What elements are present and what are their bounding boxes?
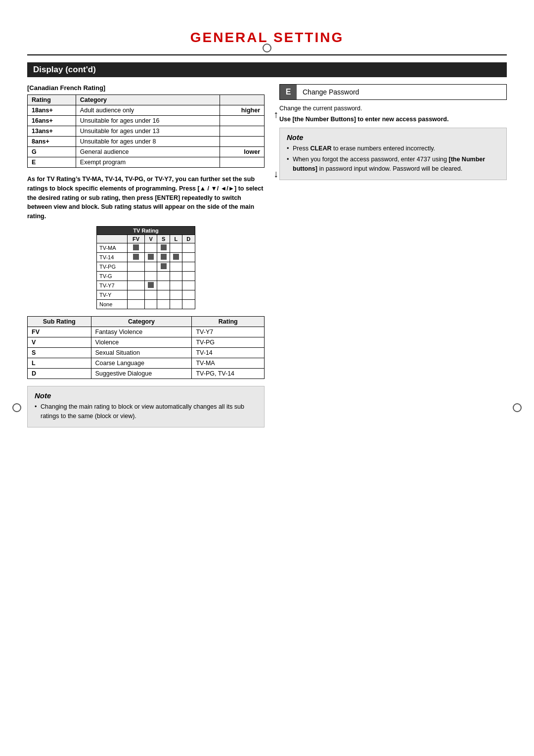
two-col-layout: [Canadian French Rating] Rating Category	[27, 84, 507, 432]
category-cell: General audience	[76, 147, 220, 157]
rating-table-wrap: Rating Category 18ans+Adult audience onl…	[27, 94, 265, 168]
right-circle-marker	[513, 403, 522, 412]
sub-rating-col-header: Sub Rating	[28, 316, 91, 327]
tv-rating-label: TV-Y	[97, 290, 128, 299]
col-extra-header	[220, 95, 264, 105]
sub-rating-rating: TV-MA	[192, 358, 265, 368]
category-cell: Unsuitable for ages under 16	[76, 116, 220, 126]
tv-rating-row: TV-MA	[97, 243, 195, 252]
tv-rating-cell	[144, 299, 157, 309]
tv-rating-label: None	[97, 299, 128, 309]
sub-rating-table: Sub RatingCategoryRating FVFantasy Viole…	[27, 316, 265, 379]
tv-rating-diagram: TV Rating FVVSLD TV-MATV-14TV-PGTV-GTV-Y…	[96, 226, 195, 309]
sub-rating-rating: TV-PG, TV-14	[192, 368, 265, 378]
page: GENERAL SETTING Display (cont'd) [Canadi…	[0, 30, 534, 756]
note-box-left: Note Changing the main rating to block o…	[27, 386, 265, 428]
arrow-down-icon: ↓	[273, 169, 278, 179]
tv-rating-label: TV-14	[97, 252, 128, 262]
use-number-text: Use [the Number Buttons] to enter new ac…	[279, 116, 507, 123]
tv-rating-row: TV-PG	[97, 262, 195, 271]
tv-rating-label: TV-MA	[97, 243, 128, 252]
left-circle-marker	[12, 403, 21, 412]
title-divider	[27, 54, 507, 55]
col-rating-header: Rating	[28, 95, 76, 105]
sub-rating-rating: TV-PG	[192, 337, 265, 347]
tv-rating-table: TV Rating FVVSLD TV-MATV-14TV-PGTV-GTV-Y…	[96, 226, 195, 309]
tv-rating-cell	[128, 281, 145, 290]
tv-rating-col-header: V	[144, 235, 157, 243]
sub-rating-rating: TV-Y7	[192, 327, 265, 337]
rating-cell: 8ans+	[28, 137, 76, 147]
table-row: GGeneral audiencelower	[28, 147, 265, 157]
tv-rating-col-header: L	[170, 235, 182, 243]
rating-cell: 16ans+	[28, 116, 76, 126]
tv-rating-cell	[182, 299, 195, 309]
tv-rating-cell	[128, 299, 145, 309]
rating-table: Rating Category 18ans+Adult audience onl…	[27, 94, 265, 168]
category-cell: Unsuitable for ages under 8	[76, 137, 220, 147]
tv-rating-cell	[157, 252, 170, 262]
tv-rating-cell	[170, 290, 182, 299]
table-row: 16ans+Unsuitable for ages under 16	[28, 116, 265, 126]
canadian-french-label: [Canadian French Rating]	[27, 84, 265, 92]
change-password-box: E Change Password	[279, 84, 507, 100]
sub-rating-col-header: Rating	[192, 316, 265, 327]
note-left-list: Changing the main rating to block or vie…	[35, 402, 257, 421]
change-password-label: Change Password	[297, 85, 365, 99]
tv-rating-cell	[170, 252, 182, 262]
change-current-text: Change the current password.	[279, 105, 507, 112]
rating-cell: G	[28, 147, 76, 157]
col-category-header: Category	[76, 95, 220, 105]
note-title-left: Note	[35, 391, 257, 400]
tv-rating-cell	[144, 281, 157, 290]
sub-rating-sub: S	[28, 347, 91, 358]
tv-rating-cell	[170, 262, 182, 271]
tv-rating-col-header: FV	[128, 235, 145, 243]
tv-rating-cell	[170, 281, 182, 290]
tv-rating-title: TV Rating	[97, 226, 195, 235]
sub-rating-sub: L	[28, 358, 91, 368]
tv-rating-cell	[128, 243, 145, 252]
tv-rating-cell	[157, 243, 170, 252]
tv-rating-label: TV-G	[97, 271, 128, 281]
sub-rating-row: DSuggestive DialogueTV-PG, TV-14	[28, 368, 265, 378]
category-cell: Exempt program	[76, 157, 220, 168]
tv-rating-cell	[128, 262, 145, 271]
tv-rating-cell	[157, 281, 170, 290]
section-header: Display (cont'd)	[27, 62, 507, 77]
tv-rating-cell	[170, 271, 182, 281]
tv-rating-cell	[182, 290, 195, 299]
tv-rating-cell	[144, 290, 157, 299]
table-row: 18ans+Adult audience onlyhigher	[28, 105, 265, 116]
lower-cell: lower	[220, 147, 264, 157]
tv-rating-cell	[182, 252, 195, 262]
arrow-up-icon: ↑	[273, 109, 278, 119]
sub-rating-sub: V	[28, 337, 91, 347]
note-right-bullet: When you forgot the access password, ent…	[287, 155, 499, 174]
rating-cell: 13ans+	[28, 126, 76, 137]
note-right-bullet: Press CLEAR to erase numbers entered inc…	[287, 144, 499, 153]
sub-rating-row: FVFantasy ViolenceTV-Y7	[28, 327, 265, 337]
sub-rating-rating: TV-14	[192, 347, 265, 358]
tv-rating-cell	[182, 271, 195, 281]
tv-rating-cell	[157, 290, 170, 299]
category-cell: Unsuitable for ages under 13	[76, 126, 220, 137]
tv-rating-col-header: S	[157, 235, 170, 243]
tv-rating-cell	[157, 271, 170, 281]
tv-rating-cell	[182, 243, 195, 252]
bracket-label-text: [Canadian French Rating]	[27, 84, 105, 92]
sub-rating-row: VViolenceTV-PG	[28, 337, 265, 347]
tv-rating-label: TV-PG	[97, 262, 128, 271]
tv-rating-row: TV-G	[97, 271, 195, 281]
tv-rating-cell	[157, 262, 170, 271]
table-row: 13ans+Unsuitable for ages under 13	[28, 126, 265, 137]
tv-rating-col-header: D	[182, 235, 195, 243]
tv-rating-cell	[144, 262, 157, 271]
e-badge: E	[280, 85, 297, 99]
top-marker	[263, 44, 271, 52]
sub-rating-category: Coarse Language	[91, 358, 192, 368]
tv-rating-cell	[182, 281, 195, 290]
sub-rating-row: LCoarse LanguageTV-MA	[28, 358, 265, 368]
note-title-right: Note	[287, 133, 499, 142]
tv-rating-cell	[170, 299, 182, 309]
